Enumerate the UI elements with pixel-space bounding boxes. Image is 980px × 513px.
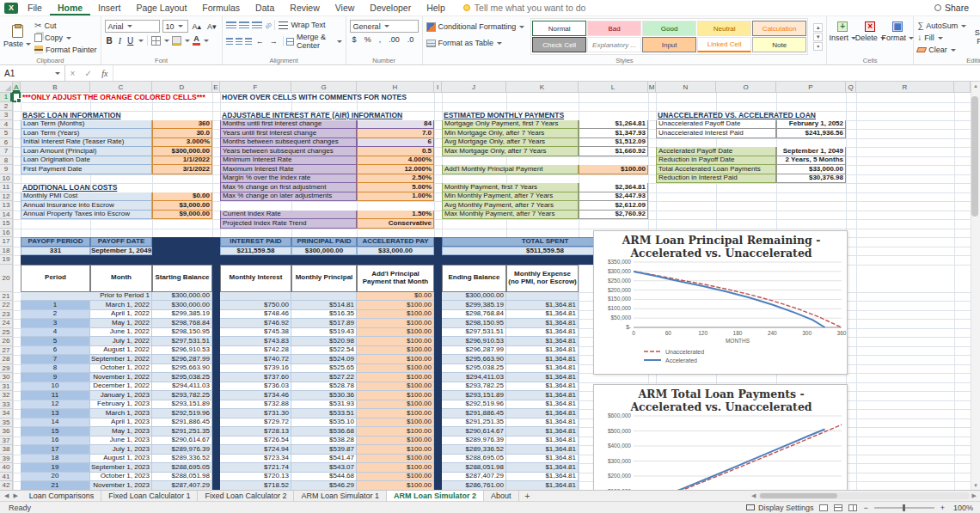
amort-cell[interactable]: $100.00 [357, 463, 434, 473]
amort-cell[interactable]: $1,364.81 [506, 463, 579, 473]
amort-cell[interactable]: $522.54 [291, 346, 357, 356]
align-top-button[interactable] [226, 21, 236, 29]
zoom-out-button[interactable]: − [863, 504, 867, 512]
field-label[interactable]: Current Index Rate [220, 211, 357, 220]
amort-period[interactable]: 20 [21, 473, 90, 482]
row-header-22[interactable]: 22 [0, 301, 13, 310]
row-header-8[interactable]: 8 [0, 156, 13, 166]
row-header-3[interactable]: 3 [0, 111, 13, 120]
amort-cell[interactable]: $290,614.67 [152, 437, 212, 446]
field-label[interactable]: Annual Property Taxes into Escrow [21, 211, 152, 220]
amort-month[interactable]: July 1, 2023 [90, 445, 152, 455]
row-header-28[interactable]: 28 [0, 355, 13, 364]
amort-cell[interactable]: $288,695.05 [442, 455, 506, 464]
amort-cell[interactable]: $1,364.81 [506, 418, 579, 428]
amort-cell[interactable]: $293,151.89 [442, 391, 506, 400]
grow-font-button[interactable]: A▴ [191, 22, 204, 31]
amort-cell[interactable]: $737.60 [220, 373, 291, 382]
ribbon-tab-file[interactable]: File [20, 0, 50, 15]
field-value[interactable]: $9,000.00 [152, 211, 212, 220]
field-value[interactable]: 30.0 [152, 129, 212, 138]
amort-cell[interactable]: $1,364.81 [506, 481, 579, 490]
payoff-value[interactable]: $211,559.58 [220, 247, 291, 256]
tell-me-box[interactable]: Tell me what you want to do [463, 0, 586, 15]
row-header-30[interactable]: 30 [0, 373, 13, 382]
amort-cell[interactable]: $1,364.81 [506, 301, 579, 310]
amort-cell[interactable]: $100.00 [357, 355, 434, 364]
delete-cells-button[interactable]: × Delete [858, 18, 882, 55]
amort-cell[interactable]: $299,385.19 [442, 301, 506, 310]
wrap-text-button[interactable]: Wrap Text [291, 21, 325, 29]
amort-cell[interactable]: $292,519.96 [152, 409, 212, 418]
amort-cell[interactable]: $1,364.81 [506, 427, 579, 437]
row-header-41[interactable]: 41 [0, 473, 13, 482]
shrink-font-button[interactable]: A▾ [205, 22, 218, 31]
field-label[interactable]: Min Monthly Payment, after 7 Years [442, 192, 579, 202]
cell-style-input[interactable]: Input [642, 37, 696, 52]
amort-column-header[interactable]: Add'l Principal Payment that Month [357, 265, 434, 292]
field-label[interactable]: Avg Monthly Payment, after 7 Years [442, 201, 579, 211]
row-header-31[interactable]: 31 [0, 382, 13, 392]
field-value[interactable]: 0.5 [357, 147, 434, 156]
align-middle-button[interactable] [239, 21, 249, 29]
align-bottom-button[interactable] [252, 21, 262, 29]
amort-cell[interactable]: $298,768.84 [442, 310, 506, 320]
ribbon-tab-formulas[interactable]: Formulas [194, 0, 248, 15]
amort-cell[interactable]: $745.38 [220, 328, 291, 338]
amort-period[interactable]: 10 [21, 382, 90, 392]
payoff-header[interactable]: PAYOFF PERIOD [21, 237, 90, 247]
amort-cell[interactable]: $546.29 [291, 481, 357, 490]
amort-cell[interactable]: $748.46 [220, 310, 291, 320]
amort-period[interactable]: 13 [21, 409, 90, 418]
field-label[interactable]: Accelerated Payoff Date [656, 147, 776, 156]
row-header-38[interactable]: 38 [0, 445, 13, 455]
amort-cell[interactable]: $718.52 [220, 481, 291, 490]
insert-cells-button[interactable]: + Insert [830, 18, 854, 55]
amort-cell[interactable]: $295,663.90 [442, 355, 506, 364]
amort-cell[interactable]: $742.28 [220, 346, 291, 356]
amort-cell[interactable]: $286,761.00 [442, 481, 506, 490]
scroll-up-icon[interactable]: ▲ [973, 83, 978, 89]
amort-period[interactable]: 18 [21, 455, 90, 464]
amort-period[interactable]: 3 [21, 319, 90, 328]
amort-cell[interactable]: $724.94 [220, 445, 291, 455]
field-label[interactable]: Max % change on later adjustments [220, 192, 357, 202]
amort-cell[interactable] [220, 292, 291, 302]
fill-color-button[interactable] [172, 36, 181, 46]
amort-period[interactable]: 15 [21, 427, 90, 437]
amort-month[interactable]: June 1, 2023 [90, 437, 152, 446]
amort-cell[interactable]: $100.00 [357, 445, 434, 455]
amort-cell[interactable]: $734.46 [220, 391, 291, 400]
field-label[interactable]: Monthly Payment, first 7 Years [442, 183, 579, 192]
amort-cell[interactable]: $288,695.05 [152, 463, 212, 473]
amort-cell[interactable]: $525.65 [291, 364, 357, 374]
column-header-p[interactable]: P [776, 82, 846, 93]
amort-cell[interactable]: $527.22 [291, 373, 357, 382]
zoom-in-button[interactable]: + [940, 504, 945, 512]
sheet-tab-about[interactable]: About [484, 491, 519, 501]
amort-cell[interactable]: $100.00 [357, 427, 434, 437]
cell-style-good[interactable]: Good [642, 21, 696, 36]
amort-cell[interactable]: $1,364.81 [506, 319, 579, 328]
scroll-right-icon[interactable]: ▶ [972, 492, 977, 499]
amort-cell[interactable]: $289,336.52 [442, 445, 506, 455]
sheet-tab-loan-comparisons[interactable]: Loan Comparisons [22, 491, 102, 501]
amort-cell[interactable]: $100.00 [357, 328, 434, 338]
column-header-o[interactable]: O [716, 82, 776, 93]
amort-month[interactable]: July 1, 2022 [90, 337, 152, 346]
row-header-21[interactable]: 21 [0, 292, 13, 302]
paste-button[interactable]: Paste [3, 18, 31, 55]
amort-cell[interactable]: $530.36 [291, 391, 357, 400]
section-title[interactable]: BASIC LOAN INFORMATION [21, 111, 212, 120]
row-header-7[interactable]: 7 [0, 147, 13, 156]
notice-orange-cells[interactable]: ***ONLY ADJUST THE ORANGE COLORED CELLS*… [21, 93, 212, 102]
amort-cell[interactable]: $541.47 [291, 455, 357, 464]
field-label[interactable]: Loan Amount (Principal) [21, 147, 152, 156]
field-label[interactable]: Monthly PMI Cost [21, 192, 152, 202]
amort-column-header[interactable]: Month [90, 265, 152, 292]
field-value[interactable]: 7.0 [357, 129, 434, 138]
decrease-indent-button[interactable]: ← [254, 37, 266, 46]
amort-cell[interactable]: $533.51 [291, 409, 357, 418]
page-break-view-button[interactable] [848, 504, 857, 511]
amort-cell[interactable]: $295,038.25 [442, 364, 506, 374]
